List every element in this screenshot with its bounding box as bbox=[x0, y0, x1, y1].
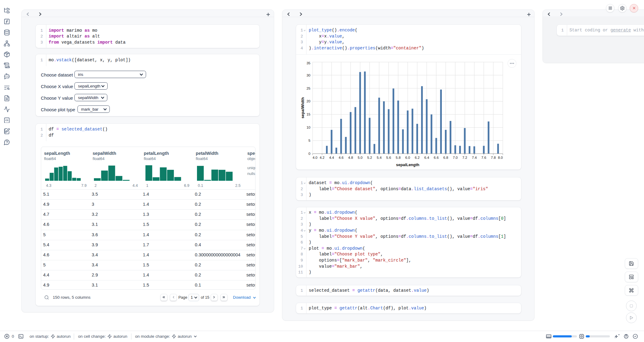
svg-text:4.2: 4.2 bbox=[320, 156, 324, 159]
svg-text:6.2: 6.2 bbox=[415, 156, 420, 159]
svg-text:30: 30 bbox=[306, 73, 310, 77]
svg-text:7.8: 7.8 bbox=[491, 156, 496, 159]
svg-text:6.4: 6.4 bbox=[424, 156, 429, 159]
svg-text:4.8: 4.8 bbox=[348, 156, 353, 159]
svg-text:7.2: 7.2 bbox=[462, 156, 467, 159]
svg-text:4.4: 4.4 bbox=[329, 156, 334, 159]
svg-text:6.0: 6.0 bbox=[405, 156, 410, 159]
svg-text:15: 15 bbox=[306, 112, 310, 116]
svg-text:0: 0 bbox=[309, 152, 310, 155]
svg-text:5.8: 5.8 bbox=[396, 156, 401, 159]
svg-text:4.0: 4.0 bbox=[313, 156, 317, 159]
svg-text:5: 5 bbox=[309, 139, 310, 142]
svg-text:25: 25 bbox=[306, 86, 310, 90]
svg-text:7.0: 7.0 bbox=[453, 156, 458, 159]
svg-text:10: 10 bbox=[306, 126, 310, 129]
svg-text:7.6: 7.6 bbox=[481, 156, 486, 159]
svg-text:6.8: 6.8 bbox=[443, 156, 448, 159]
svg-text:sepalLength: sepalLength bbox=[396, 162, 420, 167]
svg-text:5.6: 5.6 bbox=[386, 156, 391, 159]
svg-text:sepalWidth: sepalWidth bbox=[300, 97, 305, 118]
svg-text:8.0: 8.0 bbox=[498, 156, 503, 159]
svg-text:5.2: 5.2 bbox=[367, 156, 372, 159]
svg-text:5.4: 5.4 bbox=[377, 156, 382, 159]
svg-text:4.6: 4.6 bbox=[339, 156, 344, 159]
svg-text:5.0: 5.0 bbox=[358, 156, 363, 159]
svg-text:20: 20 bbox=[306, 99, 310, 103]
svg-text:7.4: 7.4 bbox=[472, 156, 477, 159]
svg-text:35: 35 bbox=[306, 61, 310, 65]
svg-text:6.6: 6.6 bbox=[434, 156, 439, 159]
